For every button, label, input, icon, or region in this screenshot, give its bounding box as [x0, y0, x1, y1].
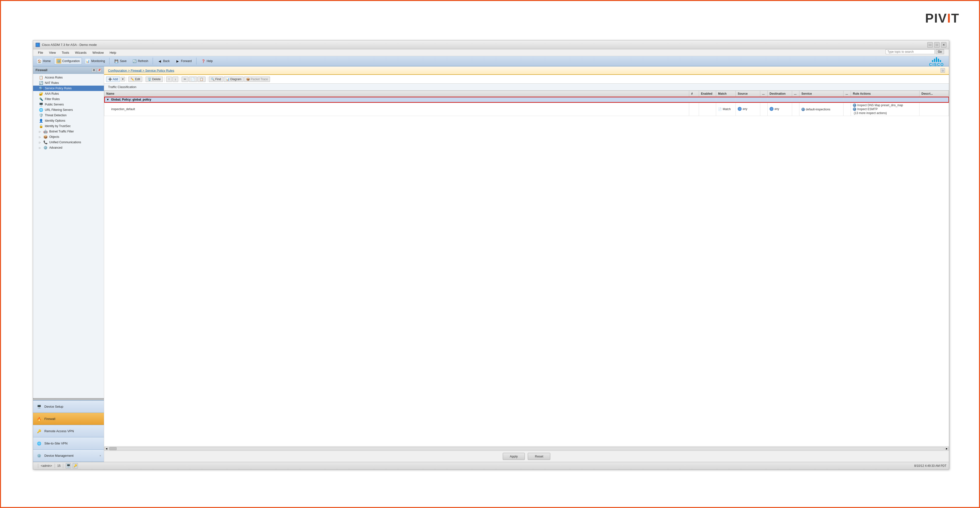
- edit-button[interactable]: ✏️ Edit: [128, 77, 142, 82]
- forward-button[interactable]: ▶ Forward: [173, 58, 194, 64]
- cut-button[interactable]: ✂: [181, 77, 188, 82]
- policy-expand-icon: ▼: [106, 98, 109, 101]
- source-globe-icon: [738, 107, 741, 111]
- sidebar-item-threat-detection[interactable]: 🛡️ Threat Detection: [33, 113, 104, 118]
- diagram-button[interactable]: 📊 Diagram: [224, 77, 243, 82]
- move-down-button[interactable]: ↓: [172, 77, 178, 82]
- configuration-button[interactable]: ⚙️ Configuration: [54, 58, 82, 64]
- scroll-left-button[interactable]: ◀: [104, 447, 108, 450]
- bottom-nav-site-vpn[interactable]: 🌐 Site-to-Site VPN: [33, 437, 104, 450]
- title-bar-controls: — □ ✕: [928, 42, 947, 48]
- pin-icon[interactable]: 📌: [97, 68, 102, 72]
- dest-text: any: [775, 107, 779, 111]
- scroll-track[interactable]: [109, 447, 944, 450]
- rule-desc-cell: [920, 102, 949, 116]
- rule-hash-cell: [689, 102, 699, 116]
- scroll-right-button[interactable]: ▶: [945, 447, 949, 450]
- sidebar-item-objects[interactable]: ▷ 📦 Objects: [33, 134, 104, 140]
- sidebar-item-access-rules[interactable]: 📋 Access Rules: [33, 75, 104, 80]
- sidebar-item-aaa-rules[interactable]: 🔐 AAA Rules: [33, 91, 104, 96]
- unified-comm-icon: 📞: [43, 140, 48, 144]
- bottom-nav-firewall[interactable]: 🔥 Firewall: [33, 413, 104, 425]
- sidebar-item-identity-options[interactable]: 👤 Identity Options: [33, 118, 104, 123]
- add-dropdown-button[interactable]: ▼: [121, 77, 125, 81]
- sidebar-item-nat-rules[interactable]: 🔄 NAT Rules: [33, 80, 104, 86]
- app-window: 🔷 Cisco ASDM 7.3 for ASA - Demo mode — □…: [33, 40, 949, 470]
- threat-detection-icon: 🛡️: [39, 113, 43, 117]
- menu-window[interactable]: Window: [90, 50, 106, 55]
- save-button[interactable]: 💾 Save: [112, 58, 128, 64]
- paste-button[interactable]: 📋: [197, 77, 205, 82]
- minimize-button[interactable]: —: [928, 42, 933, 48]
- back-button[interactable]: ◀ Back: [155, 58, 172, 64]
- pivit-text: PIV: [925, 11, 947, 25]
- sidebar-item-filter-rules[interactable]: 🔦 Filter Rules: [33, 96, 104, 102]
- table-header-row: Name # Enabled Match: [104, 91, 949, 97]
- refresh-button[interactable]: 🔄 Refresh: [130, 58, 150, 64]
- menu-view[interactable]: View: [46, 50, 58, 55]
- main-content: Device List Firewall ⊟ 📌 📋 Access Rules …: [33, 67, 949, 462]
- match-cell-content: 📄 Match: [718, 107, 731, 111]
- policy-service-cell: [799, 97, 843, 102]
- sidebar-item-unified-comm[interactable]: ▷ 📞 Unified Communications: [33, 140, 104, 145]
- sidebar-header-icons: ⊟ 📌: [92, 68, 102, 72]
- status-icons: 🖥️ 🔑: [66, 463, 78, 468]
- sidebar-label-threat-detection: Threat Detection: [45, 113, 67, 117]
- bottom-scrollbar[interactable]: ◀ ▶: [104, 446, 949, 450]
- cisco-bar-4: [938, 59, 939, 62]
- col-header-service-extra: ...: [843, 91, 851, 97]
- bottom-nav-device-setup[interactable]: 🖥️ Device Setup: [33, 401, 104, 413]
- find-button[interactable]: 🔍 Find: [209, 77, 223, 82]
- restore-icon[interactable]: ⊟: [92, 68, 96, 72]
- col-header-description: Descri...: [920, 91, 949, 97]
- policy-name-text: Global; Policy: global_policy: [111, 98, 151, 101]
- table-row[interactable]: inspection_default 📄 Match: [104, 102, 949, 116]
- apply-button[interactable]: Apply: [503, 453, 525, 460]
- delete-button[interactable]: 🗑️ Delete: [146, 77, 163, 82]
- search-button[interactable]: Go: [935, 49, 944, 54]
- breadcrumb-bar: Configuration > Firewall > Service Polic…: [104, 67, 949, 75]
- menu-wizards[interactable]: Wizards: [73, 50, 89, 55]
- breadcrumb[interactable]: Configuration > Firewall > Service Polic…: [108, 69, 174, 72]
- find-icon: 🔍: [211, 78, 215, 81]
- window-title: Cisco ASDM 7.3 for ASA - Demo mode: [42, 43, 97, 46]
- bottom-nav-remote-vpn[interactable]: 🔑 Remote Access VPN: [33, 425, 104, 437]
- move-up-button[interactable]: ↑: [166, 77, 172, 82]
- close-button[interactable]: ✕: [941, 42, 947, 48]
- maximize-button[interactable]: □: [934, 42, 940, 48]
- packet-trace-button[interactable]: 📦 Packet Trace: [244, 77, 270, 82]
- home-button[interactable]: 🏠 Home: [35, 58, 52, 64]
- sidebar-item-public-servers[interactable]: 🖥️ Public Servers: [33, 102, 104, 107]
- sidebar-item-service-policy-rules[interactable]: 🔍 Service Policy Rules: [33, 86, 104, 91]
- sidebar-label-unified-comm: Unified Communications: [49, 141, 81, 144]
- bottom-nav-label-site-vpn: Site-to-Site VPN: [45, 441, 68, 445]
- search-input[interactable]: [886, 49, 935, 54]
- menu-tools[interactable]: Tools: [59, 50, 72, 55]
- policy-service-extra-cell: [843, 97, 851, 102]
- sidebar-label-aaa-rules: AAA Rules: [45, 92, 59, 96]
- menu-file[interactable]: File: [35, 50, 46, 55]
- back-icon: ◀: [157, 59, 162, 64]
- table-container[interactable]: Name # Enabled Match: [104, 91, 949, 446]
- action-sep-3: [164, 77, 165, 82]
- col-header-rule-actions: Rule Actions: [851, 91, 920, 97]
- sidebar-item-identity-trustsec[interactable]: 🔒 Identity by TrustSec: [33, 123, 104, 129]
- bottom-nav-label-device-setup: Device Setup: [45, 405, 63, 408]
- action-sep-5: [207, 77, 207, 82]
- reset-button[interactable]: Reset: [528, 453, 550, 460]
- panel-maximize-button[interactable]: □: [940, 68, 945, 73]
- help-button[interactable]: ❓ Help: [199, 58, 215, 64]
- botnet-icon: 🤖: [43, 129, 48, 133]
- monitoring-button[interactable]: 📊 Monitoring: [83, 58, 107, 64]
- copy-button[interactable]: 📄: [189, 77, 197, 82]
- sidebar-item-botnet[interactable]: ▷ 🤖 Botnet Traffic Filter: [33, 129, 104, 134]
- sidebar-item-url-filtering[interactable]: 🌐 URL Filtering Servers: [33, 107, 104, 113]
- add-button[interactable]: ➕ Add: [106, 77, 120, 82]
- bottom-nav-device-mgmt[interactable]: ⚙️ Device Management »: [33, 450, 104, 462]
- scroll-thumb[interactable]: [109, 447, 117, 450]
- table-row[interactable]: ▼ Global; Policy: global_policy: [104, 97, 949, 102]
- menu-help[interactable]: Help: [107, 50, 119, 55]
- unified-expand-icon: ▷: [39, 141, 42, 144]
- public-servers-icon: 🖥️: [39, 102, 43, 107]
- sidebar-item-advanced[interactable]: ▷ ⚙️ Advanced: [33, 145, 104, 150]
